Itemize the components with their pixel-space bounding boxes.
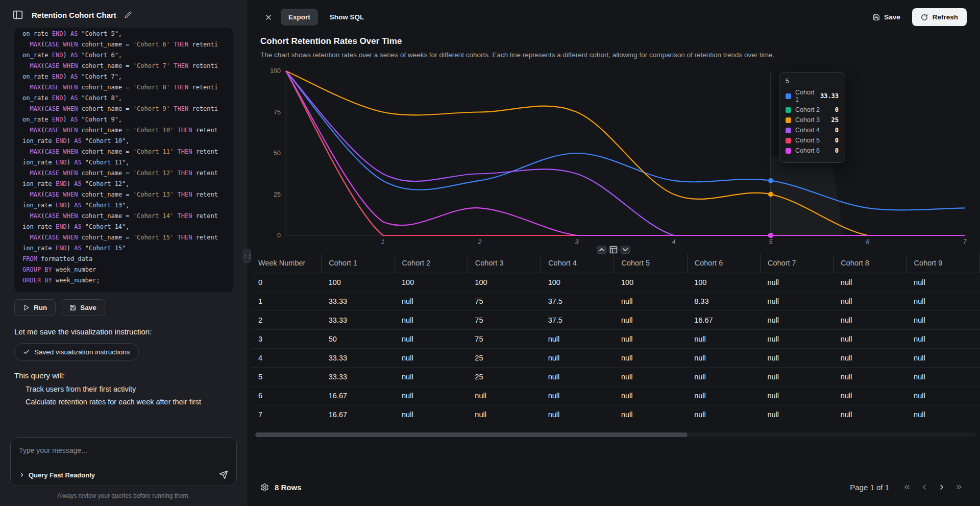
tooltip-row: Cohort 325 <box>786 116 839 124</box>
column-header: Week Number <box>251 254 322 273</box>
code-line: ion_rate END) AS "Cohort 12", <box>22 179 225 189</box>
series-value: 0 <box>835 106 839 113</box>
close-icon <box>264 13 273 21</box>
edit-title-icon[interactable] <box>125 11 132 18</box>
series-name: Cohort 2 <box>795 106 831 113</box>
table-cell: null <box>761 348 834 367</box>
chart-tooltip: 5 Cohort 133.33Cohort 20Cohort 325Cohort… <box>779 72 845 163</box>
chat-input-box[interactable]: Query Fast Readonly <box>10 437 237 486</box>
chat-mode-selector[interactable]: Query Fast Readonly <box>19 471 95 479</box>
chat-input[interactable] <box>19 446 228 454</box>
chart-area[interactable]: 02550751001234567 5 Cohort 133.33Cohort … <box>260 64 967 248</box>
panel-left-icon <box>12 9 23 20</box>
table-cell: null <box>906 329 979 348</box>
table-row[interactable]: 616.67nullnullnullnullnullnullnullnull <box>251 386 980 405</box>
sidebar-toggle-button[interactable] <box>12 9 23 20</box>
saved-instructions-badge: Saved visualization instructions <box>14 343 139 361</box>
sql-editor[interactable]: on_rate END) AS "Cohort 5", MAX(CASE WHE… <box>14 28 233 292</box>
collapse-chart-button[interactable] <box>597 246 607 254</box>
chevrons-left-icon <box>903 483 911 491</box>
save-chart-label: Save <box>884 13 900 21</box>
show-sql-button[interactable]: Show SQL <box>322 9 372 26</box>
app-root: Retention Cohort Chart on_rate END) AS "… <box>0 0 980 506</box>
table-cell: null <box>395 348 468 367</box>
play-icon <box>23 304 30 311</box>
column-header: Cohort 3 <box>468 254 541 273</box>
table-cell: null <box>834 386 906 405</box>
table-cell: 7 <box>251 405 322 424</box>
series-swatch <box>786 117 791 123</box>
sidebar-resize-handle[interactable]: ⋮⋮ <box>243 249 251 263</box>
series-swatch <box>786 93 791 99</box>
table-cell: null <box>906 348 979 367</box>
column-header: Cohort 6 <box>687 254 760 273</box>
table-cell: 0 <box>251 273 322 292</box>
table-cell: null <box>761 329 834 348</box>
refresh-label: Refresh <box>933 13 958 21</box>
save-chart-button[interactable]: Save <box>865 9 908 26</box>
sidebar: Retention Cohort Chart on_rate END) AS "… <box>0 0 247 506</box>
svg-text:7: 7 <box>963 238 967 246</box>
last-page-button[interactable] <box>951 479 967 495</box>
table-cell: 2 <box>251 310 322 329</box>
svg-text:2: 2 <box>478 238 482 246</box>
table-cell: null <box>761 273 834 292</box>
close-button[interactable] <box>260 10 277 25</box>
prev-page-button[interactable] <box>917 479 932 495</box>
table-cell: 4 <box>251 348 322 367</box>
pagination: Page 1 of 1 <box>850 479 967 495</box>
series-value: 25 <box>831 116 839 124</box>
table-cell: null <box>614 405 687 424</box>
next-page-button[interactable] <box>934 479 949 495</box>
table-cell: null <box>687 329 760 348</box>
refresh-button[interactable]: Refresh <box>912 8 967 26</box>
chat-mode-label: Query Fast Readonly <box>29 471 95 479</box>
table-icon <box>609 158 618 342</box>
table-cell: null <box>541 405 614 424</box>
table-cell: null <box>834 310 906 329</box>
first-page-button[interactable] <box>899 479 915 495</box>
table-cell: null <box>834 348 906 367</box>
expand-table-button[interactable] <box>621 246 630 254</box>
table-row[interactable]: 533.33null25nullnullnullnullnullnull <box>251 367 980 386</box>
row-count: 8 Rows <box>275 483 302 492</box>
table-cell: null <box>395 367 468 386</box>
table-cell: 33.33 <box>322 292 395 310</box>
scrollbar-thumb[interactable] <box>255 432 688 437</box>
series-name: Cohort 3 <box>795 116 827 124</box>
table-cell: null <box>834 273 906 292</box>
tooltip-row: Cohort 20 <box>786 106 839 113</box>
code-line: GROUP BY week_number <box>22 264 225 275</box>
saved-badge-label: Saved visualization instructions <box>34 348 130 356</box>
table-cell: null <box>761 405 834 424</box>
save-label: Save <box>80 304 96 311</box>
series-swatch <box>786 128 791 133</box>
table-settings-button[interactable] <box>260 483 269 492</box>
table-cell: 100 <box>322 273 395 292</box>
save-query-button[interactable]: Save <box>61 299 105 316</box>
table-cell: 75 <box>468 329 541 348</box>
svg-text:50: 50 <box>274 150 281 157</box>
code-line: on_rate END) AS "Cohort 6", <box>22 50 225 61</box>
table-cell: 5 <box>251 367 322 386</box>
chart-controls <box>597 246 630 254</box>
query-step: Calculate retention rates for each week … <box>26 398 233 406</box>
run-query-button[interactable]: Run <box>14 299 56 316</box>
svg-text:100: 100 <box>270 67 281 75</box>
table-cell: 16.67 <box>322 405 395 424</box>
chat-toolbar: Query Fast Readonly <box>19 470 228 479</box>
table-cell: null <box>687 348 760 367</box>
table-row[interactable]: 716.67nullnullnullnullnullnullnullnull <box>251 405 980 424</box>
code-line: MAX(CASE WHEN cohort_name = 'Cohort 12' … <box>22 168 225 179</box>
export-button[interactable]: Export <box>281 9 318 26</box>
svg-text:6: 6 <box>866 238 870 246</box>
table-cell: 8.33 <box>687 292 760 310</box>
table-cell: null <box>834 329 906 348</box>
table-row[interactable]: 433.33null25nullnullnullnullnullnull <box>251 348 980 367</box>
table-view-button[interactable] <box>609 246 619 254</box>
table-cell: null <box>614 348 687 367</box>
horizontal-scrollbar[interactable] <box>255 432 976 437</box>
query-step: Track users from their first activity <box>26 385 233 393</box>
send-message-button[interactable] <box>219 470 228 479</box>
table-cell: 50 <box>322 329 395 348</box>
